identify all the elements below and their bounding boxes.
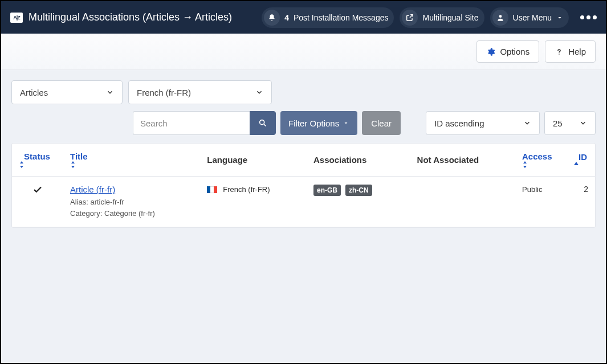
sort-asc-icon — [573, 162, 588, 167]
gear-icon — [486, 47, 495, 56]
col-title[interactable]: Title — [63, 144, 200, 177]
cell-id: 2 — [567, 177, 595, 227]
cell-associations: en-GB zh-CN — [307, 177, 410, 227]
svg-point-0 — [499, 15, 502, 18]
toolbar: Options Help — [1, 34, 606, 70]
chevron-down-icon — [106, 88, 114, 96]
options-label: Options — [500, 47, 529, 56]
svg-point-1 — [559, 54, 560, 55]
col-status[interactable]: Status — [12, 144, 63, 177]
language-select[interactable]: French (fr-FR) — [128, 80, 272, 104]
results-table: Status Title Language Associations Not A… — [12, 144, 595, 227]
external-link-icon — [402, 10, 418, 26]
col-language: Language — [200, 144, 307, 177]
cell-language: French (fr-FR) — [200, 177, 307, 227]
chevron-down-icon — [255, 88, 263, 96]
search-row: Filter Options Clear ID ascending 25 — [11, 111, 596, 135]
cell-not-associated — [410, 177, 515, 227]
filter-options-label: Filter Options — [288, 118, 339, 128]
options-button[interactable]: Options — [476, 40, 539, 63]
notifications-button[interactable]: 4 Post Installation Messages — [262, 7, 394, 28]
item-title-link[interactable]: Article (fr-fr) — [70, 185, 115, 194]
col-id[interactable]: ID — [567, 144, 595, 177]
user-icon — [492, 10, 508, 26]
results-table-card: Status Title Language Associations Not A… — [11, 143, 596, 228]
item-meta: Alias: article-fr-fr Category: Catégorie… — [70, 197, 193, 219]
col-associations: Associations — [307, 144, 410, 177]
user-menu-button[interactable]: User Menu — [490, 7, 569, 28]
notifications-count: 4 — [284, 13, 289, 22]
site-link-button[interactable]: Multilingual Site — [400, 7, 484, 28]
site-link-label: Multilingual Site — [422, 13, 478, 22]
sort-icon — [522, 161, 560, 168]
bell-icon — [264, 10, 280, 26]
top-header: A|Z Multilingual Associations (Articles … — [1, 1, 606, 34]
notifications-label: Post Installation Messages — [294, 13, 389, 22]
language-value: French (fr-FR) — [137, 88, 191, 97]
search-group — [133, 111, 276, 135]
flag-fr-icon — [207, 186, 217, 193]
app-icon: A|Z — [10, 13, 23, 23]
clear-button[interactable]: Clear — [362, 111, 401, 135]
limit-select[interactable]: 25 — [544, 111, 596, 135]
sort-icon — [70, 161, 193, 168]
col-not-associated: Not Associated — [410, 144, 515, 177]
header-right: 4 Post Installation Messages Multilingua… — [262, 7, 597, 28]
check-icon[interactable] — [32, 185, 43, 195]
chevron-down-icon — [523, 119, 531, 127]
page-title: Multilingual Associations (Articles → Ar… — [28, 11, 232, 23]
filters-row: Articles French (fr-FR) — [11, 80, 596, 104]
col-access[interactable]: Access — [515, 144, 567, 177]
cell-status — [12, 177, 63, 227]
search-input[interactable] — [133, 111, 250, 135]
language-text: French (fr-FR) — [223, 185, 270, 194]
chevron-down-icon — [343, 120, 349, 126]
clear-label: Clear — [371, 118, 392, 128]
table-row: Article (fr-fr) Alias: article-fr-fr Cat… — [12, 177, 595, 227]
help-icon — [555, 47, 564, 56]
cell-access: Public — [515, 177, 567, 227]
search-icon — [258, 118, 267, 128]
limit-value: 25 — [553, 118, 563, 128]
association-badge[interactable]: en-GB — [313, 185, 341, 196]
help-label: Help — [568, 47, 586, 56]
chevron-down-icon — [556, 14, 563, 21]
item-type-value: Articles — [20, 88, 48, 97]
sort-value: ID ascending — [434, 118, 484, 128]
sort-icon — [19, 161, 56, 168]
search-button[interactable] — [250, 111, 276, 135]
cell-title: Article (fr-fr) Alias: article-fr-fr Cat… — [63, 177, 200, 227]
sort-select[interactable]: ID ascending — [426, 111, 540, 135]
header-left: A|Z Multilingual Associations (Articles … — [10, 11, 257, 23]
svg-point-2 — [260, 120, 264, 125]
chevron-down-icon — [579, 119, 587, 127]
association-badge[interactable]: zh-CN — [345, 185, 372, 196]
more-menu-button[interactable] — [580, 15, 597, 19]
content-area: Articles French (fr-FR) Filter Options — [1, 70, 606, 363]
user-menu-label: User Menu — [513, 13, 552, 22]
help-button[interactable]: Help — [545, 40, 596, 63]
item-type-select[interactable]: Articles — [11, 80, 123, 104]
filter-options-button[interactable]: Filter Options — [280, 111, 357, 135]
